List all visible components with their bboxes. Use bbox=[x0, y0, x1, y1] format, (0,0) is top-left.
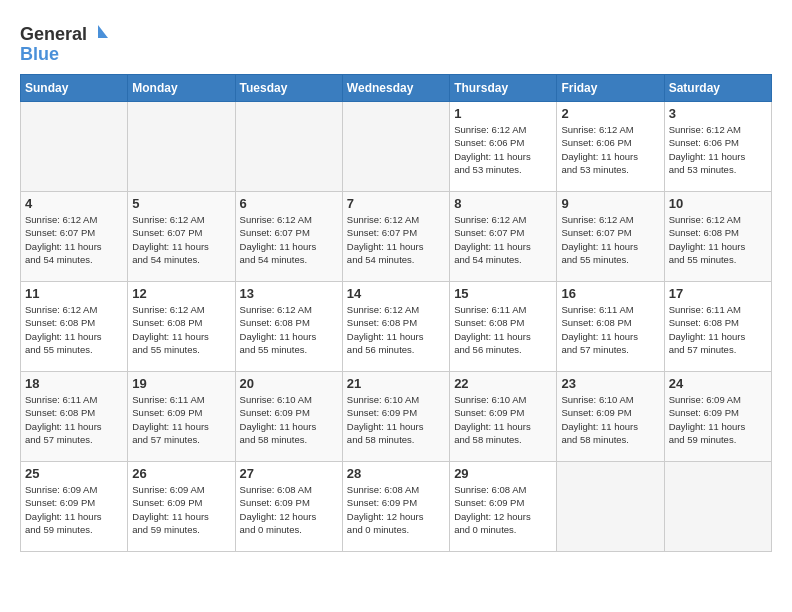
day-info: Sunrise: 6:10 AM Sunset: 6:09 PM Dayligh… bbox=[347, 393, 445, 446]
calendar-cell: 8Sunrise: 6:12 AM Sunset: 6:07 PM Daylig… bbox=[450, 192, 557, 282]
day-info: Sunrise: 6:11 AM Sunset: 6:08 PM Dayligh… bbox=[454, 303, 552, 356]
day-number: 21 bbox=[347, 376, 445, 391]
calendar-cell bbox=[664, 462, 771, 552]
calendar-cell: 12Sunrise: 6:12 AM Sunset: 6:08 PM Dayli… bbox=[128, 282, 235, 372]
day-number: 19 bbox=[132, 376, 230, 391]
logo: GeneralBlue bbox=[20, 20, 110, 64]
calendar-week-row: 1Sunrise: 6:12 AM Sunset: 6:06 PM Daylig… bbox=[21, 102, 772, 192]
day-number: 2 bbox=[561, 106, 659, 121]
weekday-header-friday: Friday bbox=[557, 75, 664, 102]
calendar-cell: 24Sunrise: 6:09 AM Sunset: 6:09 PM Dayli… bbox=[664, 372, 771, 462]
day-number: 1 bbox=[454, 106, 552, 121]
day-number: 29 bbox=[454, 466, 552, 481]
day-info: Sunrise: 6:12 AM Sunset: 6:07 PM Dayligh… bbox=[347, 213, 445, 266]
day-number: 15 bbox=[454, 286, 552, 301]
day-number: 12 bbox=[132, 286, 230, 301]
svg-marker-2 bbox=[98, 25, 108, 38]
day-info: Sunrise: 6:11 AM Sunset: 6:08 PM Dayligh… bbox=[561, 303, 659, 356]
calendar-cell: 23Sunrise: 6:10 AM Sunset: 6:09 PM Dayli… bbox=[557, 372, 664, 462]
day-number: 24 bbox=[669, 376, 767, 391]
logo-svg: GeneralBlue bbox=[20, 20, 110, 64]
day-info: Sunrise: 6:10 AM Sunset: 6:09 PM Dayligh… bbox=[454, 393, 552, 446]
weekday-header-saturday: Saturday bbox=[664, 75, 771, 102]
day-number: 28 bbox=[347, 466, 445, 481]
day-number: 9 bbox=[561, 196, 659, 211]
weekday-header-tuesday: Tuesday bbox=[235, 75, 342, 102]
day-number: 14 bbox=[347, 286, 445, 301]
day-info: Sunrise: 6:10 AM Sunset: 6:09 PM Dayligh… bbox=[561, 393, 659, 446]
day-number: 20 bbox=[240, 376, 338, 391]
day-number: 25 bbox=[25, 466, 123, 481]
day-number: 26 bbox=[132, 466, 230, 481]
svg-text:Blue: Blue bbox=[20, 44, 59, 64]
calendar-cell: 6Sunrise: 6:12 AM Sunset: 6:07 PM Daylig… bbox=[235, 192, 342, 282]
day-info: Sunrise: 6:12 AM Sunset: 6:06 PM Dayligh… bbox=[669, 123, 767, 176]
calendar-cell: 25Sunrise: 6:09 AM Sunset: 6:09 PM Dayli… bbox=[21, 462, 128, 552]
calendar-cell: 2Sunrise: 6:12 AM Sunset: 6:06 PM Daylig… bbox=[557, 102, 664, 192]
calendar-cell: 15Sunrise: 6:11 AM Sunset: 6:08 PM Dayli… bbox=[450, 282, 557, 372]
day-info: Sunrise: 6:12 AM Sunset: 6:07 PM Dayligh… bbox=[454, 213, 552, 266]
day-info: Sunrise: 6:12 AM Sunset: 6:07 PM Dayligh… bbox=[25, 213, 123, 266]
calendar-cell: 11Sunrise: 6:12 AM Sunset: 6:08 PM Dayli… bbox=[21, 282, 128, 372]
calendar-cell: 3Sunrise: 6:12 AM Sunset: 6:06 PM Daylig… bbox=[664, 102, 771, 192]
day-info: Sunrise: 6:08 AM Sunset: 6:09 PM Dayligh… bbox=[240, 483, 338, 536]
calendar-week-row: 25Sunrise: 6:09 AM Sunset: 6:09 PM Dayli… bbox=[21, 462, 772, 552]
calendar-cell: 22Sunrise: 6:10 AM Sunset: 6:09 PM Dayli… bbox=[450, 372, 557, 462]
weekday-header-wednesday: Wednesday bbox=[342, 75, 449, 102]
calendar-cell: 5Sunrise: 6:12 AM Sunset: 6:07 PM Daylig… bbox=[128, 192, 235, 282]
day-info: Sunrise: 6:11 AM Sunset: 6:09 PM Dayligh… bbox=[132, 393, 230, 446]
day-info: Sunrise: 6:12 AM Sunset: 6:08 PM Dayligh… bbox=[347, 303, 445, 356]
weekday-header-monday: Monday bbox=[128, 75, 235, 102]
calendar-week-row: 4Sunrise: 6:12 AM Sunset: 6:07 PM Daylig… bbox=[21, 192, 772, 282]
day-number: 27 bbox=[240, 466, 338, 481]
calendar-cell: 17Sunrise: 6:11 AM Sunset: 6:08 PM Dayli… bbox=[664, 282, 771, 372]
day-info: Sunrise: 6:12 AM Sunset: 6:08 PM Dayligh… bbox=[132, 303, 230, 356]
page-header: GeneralBlue bbox=[20, 20, 772, 64]
weekday-header-row: SundayMondayTuesdayWednesdayThursdayFrid… bbox=[21, 75, 772, 102]
calendar-cell bbox=[235, 102, 342, 192]
day-number: 8 bbox=[454, 196, 552, 211]
day-number: 17 bbox=[669, 286, 767, 301]
calendar-table: SundayMondayTuesdayWednesdayThursdayFrid… bbox=[20, 74, 772, 552]
day-info: Sunrise: 6:08 AM Sunset: 6:09 PM Dayligh… bbox=[347, 483, 445, 536]
day-number: 22 bbox=[454, 376, 552, 391]
day-number: 4 bbox=[25, 196, 123, 211]
calendar-cell: 29Sunrise: 6:08 AM Sunset: 6:09 PM Dayli… bbox=[450, 462, 557, 552]
day-number: 16 bbox=[561, 286, 659, 301]
day-info: Sunrise: 6:12 AM Sunset: 6:06 PM Dayligh… bbox=[454, 123, 552, 176]
calendar-cell: 28Sunrise: 6:08 AM Sunset: 6:09 PM Dayli… bbox=[342, 462, 449, 552]
day-number: 11 bbox=[25, 286, 123, 301]
calendar-cell bbox=[21, 102, 128, 192]
day-info: Sunrise: 6:12 AM Sunset: 6:07 PM Dayligh… bbox=[240, 213, 338, 266]
calendar-cell: 13Sunrise: 6:12 AM Sunset: 6:08 PM Dayli… bbox=[235, 282, 342, 372]
day-info: Sunrise: 6:09 AM Sunset: 6:09 PM Dayligh… bbox=[25, 483, 123, 536]
day-number: 23 bbox=[561, 376, 659, 391]
calendar-cell: 4Sunrise: 6:12 AM Sunset: 6:07 PM Daylig… bbox=[21, 192, 128, 282]
day-info: Sunrise: 6:08 AM Sunset: 6:09 PM Dayligh… bbox=[454, 483, 552, 536]
day-info: Sunrise: 6:12 AM Sunset: 6:08 PM Dayligh… bbox=[240, 303, 338, 356]
day-number: 7 bbox=[347, 196, 445, 211]
calendar-cell: 18Sunrise: 6:11 AM Sunset: 6:08 PM Dayli… bbox=[21, 372, 128, 462]
weekday-header-sunday: Sunday bbox=[21, 75, 128, 102]
calendar-cell: 16Sunrise: 6:11 AM Sunset: 6:08 PM Dayli… bbox=[557, 282, 664, 372]
day-info: Sunrise: 6:09 AM Sunset: 6:09 PM Dayligh… bbox=[669, 393, 767, 446]
calendar-cell bbox=[342, 102, 449, 192]
calendar-cell: 19Sunrise: 6:11 AM Sunset: 6:09 PM Dayli… bbox=[128, 372, 235, 462]
calendar-cell bbox=[557, 462, 664, 552]
calendar-cell: 20Sunrise: 6:10 AM Sunset: 6:09 PM Dayli… bbox=[235, 372, 342, 462]
calendar-week-row: 11Sunrise: 6:12 AM Sunset: 6:08 PM Dayli… bbox=[21, 282, 772, 372]
calendar-cell: 26Sunrise: 6:09 AM Sunset: 6:09 PM Dayli… bbox=[128, 462, 235, 552]
day-info: Sunrise: 6:12 AM Sunset: 6:08 PM Dayligh… bbox=[669, 213, 767, 266]
calendar-week-row: 18Sunrise: 6:11 AM Sunset: 6:08 PM Dayli… bbox=[21, 372, 772, 462]
day-number: 5 bbox=[132, 196, 230, 211]
calendar-cell: 14Sunrise: 6:12 AM Sunset: 6:08 PM Dayli… bbox=[342, 282, 449, 372]
day-info: Sunrise: 6:12 AM Sunset: 6:08 PM Dayligh… bbox=[25, 303, 123, 356]
calendar-cell: 27Sunrise: 6:08 AM Sunset: 6:09 PM Dayli… bbox=[235, 462, 342, 552]
day-info: Sunrise: 6:10 AM Sunset: 6:09 PM Dayligh… bbox=[240, 393, 338, 446]
day-info: Sunrise: 6:09 AM Sunset: 6:09 PM Dayligh… bbox=[132, 483, 230, 536]
day-number: 13 bbox=[240, 286, 338, 301]
day-info: Sunrise: 6:11 AM Sunset: 6:08 PM Dayligh… bbox=[669, 303, 767, 356]
calendar-cell: 9Sunrise: 6:12 AM Sunset: 6:07 PM Daylig… bbox=[557, 192, 664, 282]
svg-text:General: General bbox=[20, 24, 87, 44]
day-number: 18 bbox=[25, 376, 123, 391]
